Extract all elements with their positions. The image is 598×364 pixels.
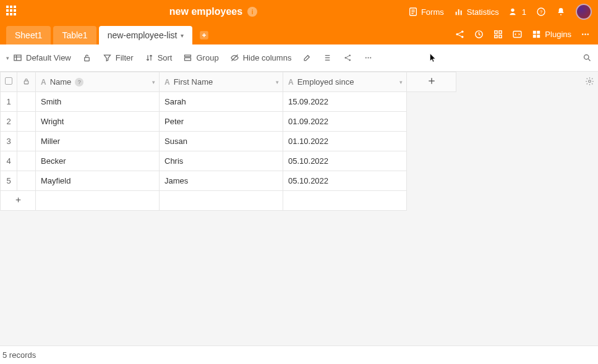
svg-rect-24 (513, 31, 521, 37)
cell-employed-since[interactable]: 01.09.2022 (283, 112, 407, 132)
eye-off-icon (230, 53, 239, 62)
grid-icon (493, 29, 503, 40)
chevron-down-icon[interactable]: ▾ (399, 79, 403, 85)
table-row[interactable]: 5MayfieldJames05.10.2022 (1, 171, 456, 191)
add-column-button[interactable] (407, 72, 456, 92)
checkbox-icon (5, 77, 12, 85)
add-table-button[interactable] (195, 26, 213, 44)
cell-name[interactable]: Becker (36, 151, 160, 171)
plus-icon (427, 76, 437, 86)
cell-employed-since[interactable]: 15.09.2022 (283, 92, 407, 112)
svg-line-17 (458, 32, 462, 33)
help-button[interactable]: ? (536, 7, 546, 17)
tab-new-employee-list[interactable]: new-employee-list ▾ (99, 26, 193, 44)
format-button[interactable] (302, 53, 312, 62)
toolbar-more-button[interactable] (364, 53, 373, 62)
group-button[interactable]: Group (183, 53, 218, 62)
filter-button[interactable]: Filter (103, 53, 134, 62)
bar-chart-icon (454, 7, 464, 17)
history-button[interactable] (474, 29, 484, 40)
chevron-down-icon[interactable]: ▾ (181, 32, 184, 39)
table-settings-button[interactable] (585, 77, 594, 88)
user-count: 1 (522, 7, 526, 17)
lock-column-header[interactable] (17, 72, 36, 92)
hide-columns-label: Hide columns (243, 53, 292, 62)
info-icon[interactable]: i (247, 7, 257, 17)
row-expand[interactable] (17, 112, 36, 132)
svg-rect-23 (499, 35, 502, 37)
svg-rect-36 (185, 55, 191, 57)
column-header-first-name[interactable]: A First Name ▾ (160, 72, 283, 92)
row-expand[interactable] (17, 92, 36, 112)
cell-name[interactable]: Wright (36, 112, 160, 132)
cell-employed-since[interactable]: 05.10.2022 (283, 171, 407, 191)
sort-button[interactable]: Sort (145, 53, 173, 62)
hide-columns-button[interactable]: Hide columns (230, 53, 292, 62)
column-header-employed-since[interactable]: A Employed since ▾ (283, 72, 407, 92)
cell-employed-since[interactable]: 01.10.2022 (283, 132, 407, 151)
cell-name[interactable]: Miller (36, 132, 160, 151)
row-expand[interactable] (17, 132, 36, 151)
tab-sheet1[interactable]: Sheet1 (6, 26, 51, 44)
cell-first-name[interactable]: James (160, 171, 283, 191)
view-menu[interactable]: ▾ Default View (6, 53, 71, 62)
empty-cell[interactable] (283, 191, 407, 211)
chevron-down-icon[interactable]: ▾ (276, 79, 279, 85)
default-view-label: Default View (26, 53, 71, 62)
share-button[interactable] (455, 29, 465, 40)
help-icon[interactable]: ? (75, 78, 83, 87)
statistics-button[interactable]: Statistics (454, 7, 499, 17)
forms-label: Forms (421, 7, 444, 17)
notifications-button[interactable] (556, 7, 566, 17)
text-type-icon: A (41, 78, 46, 87)
lock-view-button[interactable] (82, 53, 92, 62)
table-row[interactable]: 2WrightPeter01.09.2022 (1, 112, 456, 132)
empty-cell[interactable] (36, 191, 160, 211)
table-row[interactable]: 4BeckerChris05.10.2022 (1, 151, 456, 171)
empty-cell[interactable] (160, 191, 283, 211)
unlock-icon (82, 53, 92, 62)
row-number[interactable]: 2 (1, 112, 17, 132)
avatar[interactable] (576, 4, 592, 20)
cell-first-name[interactable]: Susan (160, 132, 283, 151)
cell-first-name[interactable]: Sarah (160, 92, 283, 112)
cell-employed-since[interactable]: 05.10.2022 (283, 151, 407, 171)
spacer (407, 171, 456, 191)
share-view-button[interactable] (343, 53, 352, 62)
forms-button[interactable]: Forms (408, 7, 444, 17)
share-icon (343, 53, 352, 62)
more-button[interactable] (580, 29, 591, 40)
svg-point-42 (345, 57, 347, 59)
column-header-name[interactable]: A Name ? ▾ (36, 72, 160, 92)
row-number[interactable]: 5 (1, 171, 17, 191)
row-expand[interactable] (17, 171, 36, 191)
automation-button[interactable] (493, 29, 503, 40)
row-number[interactable]: 3 (1, 132, 17, 151)
cell-name[interactable]: Mayfield (36, 171, 160, 191)
cell-first-name[interactable]: Peter (160, 112, 283, 132)
cell-first-name[interactable]: Chris (160, 151, 283, 171)
column-name-label: Name (50, 77, 72, 87)
select-all-header[interactable] (1, 72, 17, 92)
collaborators-button[interactable]: 1 (509, 7, 526, 17)
table-row[interactable]: 1SmithSarah15.09.2022 (1, 92, 456, 112)
table-row[interactable]: 3MillerSusan01.10.2022 (1, 132, 456, 151)
apps-grid-icon[interactable] (6, 6, 19, 18)
svg-point-43 (349, 55, 351, 57)
sort-icon (145, 53, 154, 62)
tab-table1[interactable]: Table1 (53, 26, 96, 44)
row-number[interactable]: 4 (1, 151, 17, 171)
row-expand[interactable] (17, 151, 36, 171)
search-button[interactable] (583, 53, 592, 62)
add-row-button[interactable] (1, 191, 36, 211)
row-height-icon (323, 53, 332, 62)
chevron-down-icon[interactable]: ▾ (152, 79, 155, 85)
row-number[interactable]: 1 (1, 92, 17, 112)
text-type-icon: A (288, 78, 294, 87)
cell-name[interactable]: Smith (36, 92, 160, 112)
api-button[interactable] (512, 29, 523, 40)
plugins-button[interactable]: Plugins (531, 29, 571, 40)
svg-point-44 (349, 59, 351, 61)
row-height-button[interactable] (323, 53, 332, 62)
plus-icon (199, 30, 210, 41)
